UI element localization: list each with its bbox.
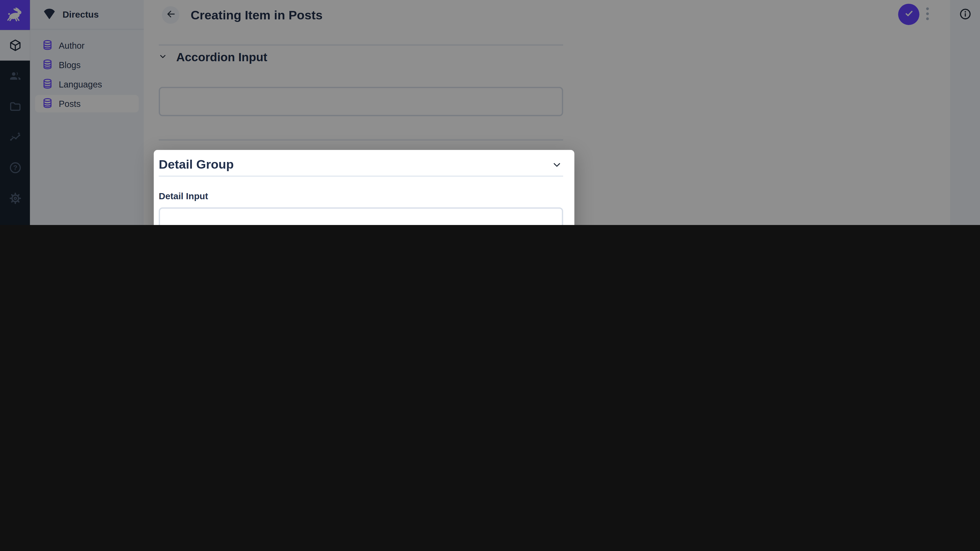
detail-group-title: Detail Group xyxy=(159,157,234,171)
group-divider xyxy=(159,176,563,177)
detail-group-spotlight-card: Detail Group Detail Input xyxy=(154,150,574,225)
directus-app: ? xyxy=(0,0,980,225)
detail-input-label: Detail Input xyxy=(159,191,208,202)
detail-input[interactable] xyxy=(159,207,563,225)
chevron-down-icon[interactable] xyxy=(552,160,562,172)
